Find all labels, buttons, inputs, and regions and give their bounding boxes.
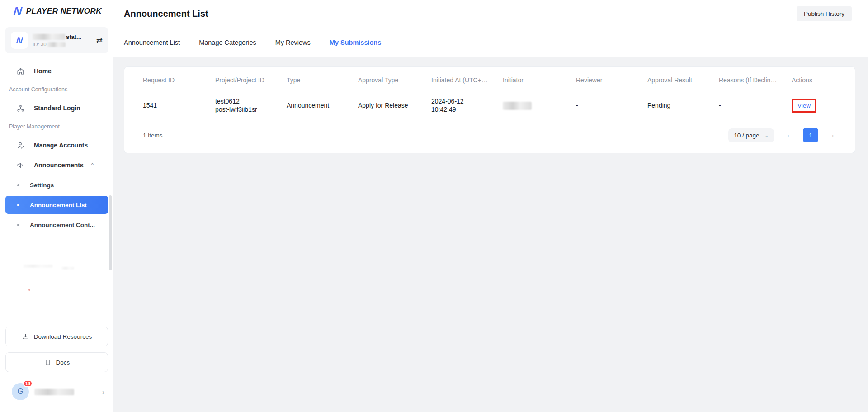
- chevron-down-icon: ⌄: [765, 133, 769, 138]
- page-1-button[interactable]: 1: [803, 128, 818, 142]
- page-title: Announcement List: [124, 9, 208, 19]
- initiator-redacted: [503, 102, 532, 110]
- bullet-icon: [17, 204, 19, 206]
- sidebar-item-announcement-list[interactable]: Announcement List: [5, 196, 108, 214]
- sidebar-item-standard-login[interactable]: Standard Login: [0, 98, 113, 118]
- col-request-id: Request ID: [143, 76, 215, 84]
- docs-button[interactable]: Docs: [5, 352, 108, 372]
- account-name-redacted: [33, 34, 65, 40]
- sidebar-nav: Home Account Configurations Standard Log…: [0, 61, 113, 235]
- account-switcher-card[interactable]: N stat... ID: 30 ⇄: [5, 27, 108, 53]
- pagination: 10 / page ⌄ ‹ 1 ›: [728, 128, 836, 142]
- bullet-icon: [17, 184, 19, 186]
- cell-request-id: 1541: [143, 101, 215, 109]
- download-resources-button[interactable]: Download Resources: [5, 327, 108, 346]
- redacted-smudge: [24, 265, 52, 268]
- view-link[interactable]: View: [797, 102, 811, 109]
- submissions-table-card: Request ID Project/Project ID Type Appro…: [124, 66, 855, 153]
- brand-logo-text: PLAYER NETWORK: [26, 7, 102, 16]
- speaker-icon: [16, 161, 25, 170]
- tab-manage-categories[interactable]: Manage Categories: [199, 39, 256, 46]
- table-row: 1541 test0612 post-lwlf3iib1sr Announcem…: [124, 93, 855, 118]
- user-name-redacted: [34, 389, 74, 395]
- col-reasons: Reasons (If Declin…: [719, 76, 792, 84]
- tab-my-reviews[interactable]: My Reviews: [275, 39, 311, 46]
- redacted-dot: [28, 289, 30, 291]
- col-project-id: Project/Project ID: [215, 76, 287, 84]
- col-reviewer: Reviewer: [576, 76, 647, 84]
- cell-actions: View: [792, 99, 836, 113]
- chevron-right-icon: ›: [102, 388, 104, 396]
- prev-page-button[interactable]: ‹: [785, 132, 792, 139]
- col-approval-result: Approval Result: [647, 76, 719, 84]
- main-content: Announcement List Publish History Announ…: [113, 0, 868, 412]
- notification-badge: 19: [23, 380, 33, 387]
- sidebar-item-home[interactable]: Home: [0, 61, 113, 81]
- publish-history-button[interactable]: Publish History: [797, 6, 852, 21]
- sidebar-scrollbar[interactable]: [109, 195, 112, 270]
- col-type: Type: [287, 76, 358, 84]
- main-header: Announcement List Publish History Announ…: [113, 0, 868, 57]
- sidebar: N PLAYER NETWORK N stat... ID: 30 ⇄ Home…: [0, 0, 113, 412]
- brand-logo: N PLAYER NETWORK: [14, 5, 102, 17]
- cell-initiator: [503, 101, 576, 109]
- col-initiator: Initiator: [503, 76, 576, 84]
- user-edit-icon: [16, 141, 25, 150]
- total-items-label: 1 items: [143, 132, 163, 139]
- tab-announcement-list[interactable]: Announcement List: [124, 39, 180, 46]
- col-actions: Actions: [792, 76, 836, 84]
- sidebar-section-player-management: Player Management: [0, 118, 113, 135]
- col-initiated-at: Initiated At (UTC+…: [431, 76, 503, 84]
- table-header-row: Request ID Project/Project ID Type Appro…: [124, 67, 855, 93]
- col-approval-type: Approval Type: [358, 76, 431, 84]
- next-page-button[interactable]: ›: [829, 132, 836, 139]
- cell-approval-result: Pending: [647, 101, 719, 109]
- sidebar-item-manage-accounts[interactable]: Manage Accounts: [0, 135, 113, 155]
- sidebar-item-announcements[interactable]: Announcements ⌃: [0, 155, 113, 175]
- cell-initiated-at: 2024-06-12 10:42:49: [431, 97, 503, 114]
- bullet-icon: [17, 224, 19, 226]
- annotation-highlight-box: View: [792, 99, 816, 113]
- cell-reviewer: -: [576, 101, 647, 109]
- chevron-up-icon: ⌃: [90, 162, 94, 168]
- user-profile-row[interactable]: G 19 ›: [0, 380, 113, 404]
- share-network-icon: [16, 104, 25, 113]
- sidebar-section-account-configurations: Account Configurations: [0, 81, 113, 98]
- book-icon: [44, 359, 52, 366]
- table-footer: 1 items 10 / page ⌄ ‹ 1 ›: [124, 118, 855, 153]
- sidebar-item-settings[interactable]: Settings: [0, 175, 113, 195]
- account-app-icon: N: [11, 32, 28, 49]
- tab-my-submissions[interactable]: My Submissions: [330, 39, 381, 46]
- sidebar-item-announcement-content[interactable]: Announcement Cont...: [0, 215, 113, 235]
- brand-logo-icon: N: [13, 5, 23, 17]
- cell-reasons: -: [719, 101, 792, 109]
- download-icon: [22, 333, 29, 341]
- cell-type: Announcement: [287, 101, 358, 109]
- account-name-suffix: stat...: [66, 33, 81, 40]
- cell-approval-type: Apply for Release: [358, 101, 431, 109]
- page-size-select[interactable]: 10 / page ⌄: [728, 128, 774, 142]
- home-icon: [16, 67, 25, 76]
- account-id-label: ID: 30: [33, 42, 47, 47]
- redacted-smudge: [61, 267, 74, 270]
- tab-bar: Announcement List Manage Categories My R…: [113, 28, 868, 57]
- account-id-redacted: [47, 42, 66, 47]
- cell-project-id: test0612 post-lwlf3iib1sr: [215, 97, 287, 114]
- switch-account-icon[interactable]: ⇄: [96, 36, 103, 45]
